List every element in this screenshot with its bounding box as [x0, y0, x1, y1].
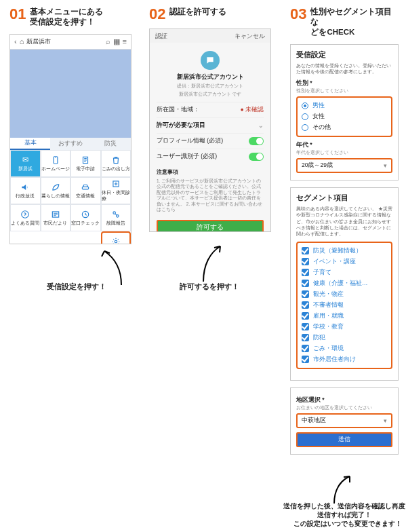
gender-sub: 性別を選択してください — [296, 88, 392, 94]
chevron-down-icon[interactable]: ⌄ — [258, 122, 264, 129]
menu-label: 行政放送 — [16, 193, 35, 200]
notice-title: 注意事項 — [157, 168, 264, 176]
city-name: 新居浜市 — [26, 37, 51, 46]
checkbox-icon — [302, 312, 309, 320]
send-button[interactable]: 送信 — [296, 432, 392, 447]
step-title: 基本メニューにある 受信設定を押す！ — [30, 7, 103, 27]
account-avatar-icon — [201, 51, 220, 70]
trash-icon — [110, 155, 121, 166]
step3-caption: 送信を押した後、送信内容を確認し再度 送信すれば完了！ この設定はいつでも変更で… — [277, 502, 406, 529]
menu-item-broadcast[interactable]: 行政放送 — [10, 177, 41, 204]
account-name: 新居浜市公式アカウント — [157, 73, 264, 81]
toggle-profile[interactable] — [249, 137, 264, 145]
checkbox-icon — [302, 280, 309, 287]
step-header: 02 認証を許可する — [149, 7, 271, 22]
checkbox-icon — [302, 323, 309, 330]
segment-item[interactable]: 観光・物産 — [302, 289, 387, 300]
radio-label: その他 — [312, 124, 331, 132]
segment-item[interactable]: 不審者情報 — [302, 300, 387, 311]
segment-checklist: 防災（避難情報）イベント・講座子育て健康（介護・福祉…観光・物産不審者情報雇用・… — [296, 242, 392, 369]
age-label: 年代 * — [296, 141, 392, 149]
age-dropdown[interactable]: 20歳～29歳 ▾ — [296, 158, 392, 173]
checkbox-icon — [302, 247, 309, 254]
account-app-note: 新居浜市公式アカウント です — [157, 91, 264, 98]
grid-icon[interactable]: ▦ — [113, 37, 120, 46]
hospital-icon — [110, 178, 121, 189]
menu-icon[interactable]: ≡ — [123, 37, 127, 45]
home-icon[interactable]: ⌂ — [20, 37, 24, 45]
checkbox-icon — [302, 290, 309, 298]
panel-title: 受信設定 — [296, 50, 392, 60]
segment-item[interactable]: 市外居住者向け — [302, 354, 387, 365]
toggle-uid[interactable] — [249, 153, 264, 161]
step-2-column: 02 認証を許可する 認証 キャンセル 新居浜市公式アカウント 提供：新居浜市公… — [149, 0, 271, 232]
chevron-down-icon: ▾ — [384, 162, 387, 169]
region-value: ● 未確認 — [241, 106, 264, 114]
menu-label: 交通情報 — [76, 193, 95, 200]
perm-label: プロフィール情報 (必須) — [157, 137, 223, 144]
segment-item[interactable]: 防災（避難情報） — [302, 246, 387, 256]
menu-item-receive-settings[interactable]: 受信設定 — [101, 231, 131, 244]
menu-grid: ✉ 新居浜 ホームページ 電子申請 ごみの出し方 — [10, 150, 131, 244]
menu-item-report[interactable]: 故障報告 — [101, 204, 131, 231]
header-cancel[interactable]: キャンセル — [235, 32, 265, 41]
chevron-down-icon: ▾ — [384, 417, 387, 424]
qa-icon — [20, 209, 31, 220]
area-sub: お住まいの地区を選択してください — [296, 404, 392, 411]
tab-bar: 基本 おすすめ 防災 — [10, 138, 131, 150]
segment-item[interactable]: ごみ・環境 — [302, 343, 387, 354]
menu-label: よくある質問 — [11, 221, 39, 227]
radio-female[interactable]: 女性 — [302, 111, 387, 122]
tab-recommend[interactable]: おすすめ — [50, 138, 90, 150]
panel-receive-settings: 受信設定 あなたの情報を登録ください。登録いただいた情報を今後の配信の参考にしま… — [290, 44, 399, 180]
gear-icon — [110, 236, 121, 244]
menu-item-news[interactable]: 市民だより — [41, 204, 71, 231]
segment-item[interactable]: イベント・講座 — [302, 256, 387, 267]
radio-icon — [302, 113, 308, 120]
segment-label: 学校・教育 — [313, 323, 344, 331]
segment-item[interactable]: 子育て — [302, 267, 387, 278]
menu-item-counter[interactable]: 窓口チェック — [70, 204, 101, 231]
segment-label: イベント・講座 — [313, 258, 356, 266]
radio-male[interactable]: 男性 — [302, 100, 387, 111]
menu-item-home[interactable]: ホームページ — [41, 150, 71, 177]
auth-header: 認証 キャンセル — [150, 29, 270, 43]
tab-bousai[interactable]: 防災 — [91, 138, 131, 150]
search-icon[interactable]: ⌕ — [106, 37, 110, 45]
radio-other[interactable]: その他 — [302, 122, 387, 133]
step-1-column: 01 基本メニューにある 受信設定を押す！ ‹ ⌂ 新居浜市 ⌕ ▦ ≡ 基本 … — [9, 0, 131, 244]
menu-item-medical[interactable]: 休日・夜間診療 — [101, 177, 131, 204]
hero-image — [10, 50, 131, 138]
back-icon[interactable]: ‹ — [14, 37, 17, 45]
arrow-icon — [200, 244, 234, 286]
menu-item-faq[interactable]: よくある質問 — [10, 204, 41, 231]
segment-label: 市外居住者向け — [313, 356, 356, 364]
menu-item-city[interactable]: ✉ 新居浜 — [10, 150, 41, 177]
area-dropdown[interactable]: 中萩地区 ▾ — [296, 413, 392, 428]
segment-item[interactable]: 健康（介護・福祉… — [302, 278, 387, 289]
gender-group: 男性 女性 その他 — [296, 96, 392, 137]
dropdown-value: 中萩地区 — [302, 417, 326, 425]
menu-item-apply[interactable]: 電子申請 — [70, 150, 101, 177]
step-title: 性別やセグメント項目な どをCHECK — [310, 7, 399, 37]
tab-basic[interactable]: 基本 — [10, 138, 50, 150]
radio-label: 女性 — [312, 113, 325, 121]
checkbox-icon — [302, 345, 309, 352]
panel-area-submit: 地区選択 * お住まいの地区を選択してください 中萩地区 ▾ 送信 — [290, 387, 399, 455]
menu-item-traffic[interactable]: 交通情報 — [70, 177, 101, 204]
car-icon — [80, 182, 91, 193]
allow-button[interactable]: 許可する — [157, 220, 264, 232]
checkbox-icon — [302, 258, 309, 265]
dropdown-value: 20歳～29歳 — [302, 162, 333, 170]
menu-item-life[interactable]: 暮らしの情報 — [41, 177, 71, 204]
segment-label: 子育て — [313, 269, 331, 277]
menu-label: 電子申請 — [76, 166, 95, 172]
segment-item[interactable]: 雇用・就職 — [302, 311, 387, 322]
menu-label: 暮らしの情報 — [41, 193, 70, 200]
menu-item-trash[interactable]: ごみの出し方 — [101, 150, 131, 177]
wrench-icon — [110, 209, 121, 220]
segment-item[interactable]: 防犯 — [302, 332, 387, 343]
region-row: 所在国・地域： ● 未確認 — [157, 102, 264, 117]
segment-item[interactable]: 学校・教育 — [302, 322, 387, 332]
segment-label: ごみ・環境 — [313, 345, 344, 353]
